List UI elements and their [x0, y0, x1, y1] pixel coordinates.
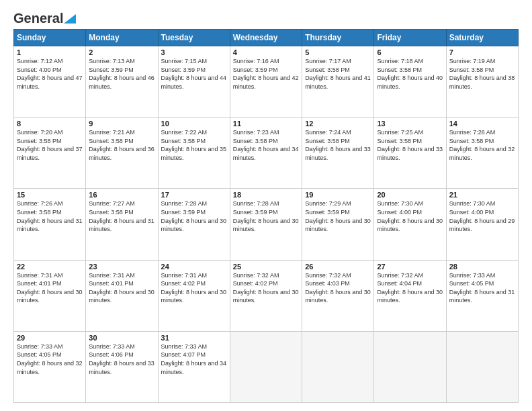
calendar-day-cell: 2 Sunrise: 7:13 AMSunset: 3:59 PMDayligh… — [86, 46, 158, 118]
day-number: 1 — [17, 48, 83, 56]
day-number: 25 — [233, 263, 299, 271]
calendar-day-cell: 26 Sunrise: 7:32 AMSunset: 4:03 PMDaylig… — [302, 260, 374, 331]
day-info: Sunrise: 7:23 AMSunset: 3:58 PMDaylight:… — [233, 129, 299, 161]
day-info: Sunrise: 7:15 AMSunset: 3:59 PMDaylight:… — [161, 58, 227, 90]
day-number: 17 — [161, 191, 227, 199]
day-number: 4 — [233, 48, 299, 56]
day-info: Sunrise: 7:33 AMSunset: 4:05 PMDaylight:… — [17, 343, 83, 375]
day-info: Sunrise: 7:22 AMSunset: 3:58 PMDaylight:… — [161, 129, 227, 161]
calendar-day-cell: 22 Sunrise: 7:31 AMSunset: 4:01 PMDaylig… — [14, 260, 86, 331]
calendar-day-cell: 11 Sunrise: 7:23 AMSunset: 3:58 PMDaylig… — [230, 118, 302, 189]
calendar-day-cell — [302, 331, 374, 402]
day-info: Sunrise: 7:33 AMSunset: 4:06 PMDaylight:… — [89, 343, 154, 375]
day-number: 8 — [17, 120, 83, 128]
day-number: 22 — [17, 263, 83, 271]
calendar-week-row: 29 Sunrise: 7:33 AMSunset: 4:05 PMDaylig… — [14, 331, 519, 402]
logo-general: General — [13, 11, 63, 26]
calendar-day-cell: 15 Sunrise: 7:26 AMSunset: 3:58 PMDaylig… — [14, 189, 86, 260]
calendar-day-cell: 31 Sunrise: 7:33 AMSunset: 4:07 PMDaylig… — [158, 331, 230, 402]
calendar-week-row: 1 Sunrise: 7:12 AMSunset: 4:00 PMDayligh… — [14, 46, 519, 118]
day-number: 12 — [305, 120, 371, 128]
calendar-table: SundayMondayTuesdayWednesdayThursdayFrid… — [13, 29, 519, 403]
weekday-header: Saturday — [446, 30, 518, 46]
calendar-day-cell: 18 Sunrise: 7:28 AMSunset: 3:59 PMDaylig… — [230, 189, 302, 260]
day-info: Sunrise: 7:32 AMSunset: 4:04 PMDaylight:… — [377, 272, 443, 304]
page: General SundayMondayTuesdayWednesdayThur… — [0, 0, 532, 411]
day-info: Sunrise: 7:25 AMSunset: 3:58 PMDaylight:… — [377, 129, 443, 161]
calendar-day-cell: 10 Sunrise: 7:22 AMSunset: 3:58 PMDaylig… — [158, 118, 230, 189]
calendar-day-cell: 12 Sunrise: 7:24 AMSunset: 3:58 PMDaylig… — [302, 118, 374, 189]
day-info: Sunrise: 7:27 AMSunset: 3:58 PMDaylight:… — [89, 200, 154, 232]
calendar-day-cell: 8 Sunrise: 7:20 AMSunset: 3:58 PMDayligh… — [14, 118, 86, 189]
header: General — [13, 11, 519, 24]
calendar-week-row: 8 Sunrise: 7:20 AMSunset: 3:58 PMDayligh… — [14, 118, 519, 189]
day-number: 20 — [377, 191, 443, 199]
calendar-day-cell — [230, 331, 302, 402]
day-info: Sunrise: 7:30 AMSunset: 4:00 PMDaylight:… — [449, 200, 515, 232]
day-number: 7 — [449, 48, 515, 56]
calendar-week-row: 22 Sunrise: 7:31 AMSunset: 4:01 PMDaylig… — [14, 260, 519, 331]
day-number: 14 — [449, 120, 515, 128]
weekday-header: Friday — [374, 30, 446, 46]
day-info: Sunrise: 7:13 AMSunset: 3:59 PMDaylight:… — [89, 58, 154, 90]
calendar-day-cell: 19 Sunrise: 7:29 AMSunset: 3:59 PMDaylig… — [302, 189, 374, 260]
calendar-day-cell: 20 Sunrise: 7:30 AMSunset: 4:00 PMDaylig… — [374, 189, 446, 260]
day-number: 5 — [305, 48, 371, 56]
calendar-header-row: SundayMondayTuesdayWednesdayThursdayFrid… — [14, 30, 519, 46]
day-number: 29 — [17, 334, 83, 342]
day-info: Sunrise: 7:16 AMSunset: 3:59 PMDaylight:… — [233, 58, 299, 90]
day-number: 13 — [377, 120, 443, 128]
calendar-day-cell: 4 Sunrise: 7:16 AMSunset: 3:59 PMDayligh… — [230, 46, 302, 118]
weekday-header: Sunday — [14, 30, 86, 46]
day-number: 28 — [449, 263, 515, 271]
calendar-day-cell: 7 Sunrise: 7:19 AMSunset: 3:58 PMDayligh… — [446, 46, 518, 118]
day-number: 30 — [89, 334, 154, 342]
day-info: Sunrise: 7:26 AMSunset: 3:58 PMDaylight:… — [17, 200, 83, 232]
day-number: 10 — [161, 120, 227, 128]
day-number: 24 — [161, 263, 227, 271]
calendar-day-cell: 28 Sunrise: 7:33 AMSunset: 4:05 PMDaylig… — [446, 260, 518, 331]
day-info: Sunrise: 7:32 AMSunset: 4:02 PMDaylight:… — [233, 272, 299, 304]
day-number: 21 — [449, 191, 515, 199]
calendar-day-cell — [446, 331, 518, 402]
day-number: 23 — [89, 263, 154, 271]
day-info: Sunrise: 7:29 AMSunset: 3:59 PMDaylight:… — [305, 200, 371, 232]
calendar-day-cell: 6 Sunrise: 7:18 AMSunset: 3:58 PMDayligh… — [374, 46, 446, 118]
day-number: 11 — [233, 120, 299, 128]
weekday-header: Monday — [86, 30, 158, 46]
day-info: Sunrise: 7:24 AMSunset: 3:58 PMDaylight:… — [305, 129, 371, 161]
calendar-day-cell: 30 Sunrise: 7:33 AMSunset: 4:06 PMDaylig… — [86, 331, 158, 402]
calendar-day-cell: 24 Sunrise: 7:31 AMSunset: 4:02 PMDaylig… — [158, 260, 230, 331]
weekday-header: Wednesday — [230, 30, 302, 46]
svg-marker-0 — [64, 14, 76, 24]
day-number: 3 — [161, 48, 227, 56]
day-info: Sunrise: 7:19 AMSunset: 3:58 PMDaylight:… — [449, 58, 515, 90]
day-info: Sunrise: 7:21 AMSunset: 3:58 PMDaylight:… — [89, 129, 154, 161]
calendar-week-row: 15 Sunrise: 7:26 AMSunset: 3:58 PMDaylig… — [14, 189, 519, 260]
calendar-day-cell: 9 Sunrise: 7:21 AMSunset: 3:58 PMDayligh… — [86, 118, 158, 189]
day-info: Sunrise: 7:31 AMSunset: 4:01 PMDaylight:… — [17, 272, 83, 304]
day-number: 2 — [89, 48, 154, 56]
day-info: Sunrise: 7:26 AMSunset: 3:58 PMDaylight:… — [449, 129, 515, 161]
day-number: 15 — [17, 191, 83, 199]
calendar-day-cell — [374, 331, 446, 402]
calendar-day-cell: 21 Sunrise: 7:30 AMSunset: 4:00 PMDaylig… — [446, 189, 518, 260]
calendar-day-cell: 13 Sunrise: 7:25 AMSunset: 3:58 PMDaylig… — [374, 118, 446, 189]
day-number: 18 — [233, 191, 299, 199]
day-number: 26 — [305, 263, 371, 271]
day-info: Sunrise: 7:28 AMSunset: 3:59 PMDaylight:… — [233, 200, 299, 232]
calendar-day-cell: 5 Sunrise: 7:17 AMSunset: 3:58 PMDayligh… — [302, 46, 374, 118]
day-number: 16 — [89, 191, 154, 199]
day-number: 31 — [161, 334, 227, 342]
day-info: Sunrise: 7:32 AMSunset: 4:03 PMDaylight:… — [305, 272, 371, 304]
day-info: Sunrise: 7:17 AMSunset: 3:58 PMDaylight:… — [305, 58, 371, 90]
day-number: 9 — [89, 120, 154, 128]
day-number: 27 — [377, 263, 443, 271]
day-info: Sunrise: 7:28 AMSunset: 3:59 PMDaylight:… — [161, 200, 227, 232]
day-info: Sunrise: 7:12 AMSunset: 4:00 PMDaylight:… — [17, 58, 83, 90]
calendar-day-cell: 29 Sunrise: 7:33 AMSunset: 4:05 PMDaylig… — [14, 331, 86, 402]
calendar-day-cell: 3 Sunrise: 7:15 AMSunset: 3:59 PMDayligh… — [158, 46, 230, 118]
day-number: 19 — [305, 191, 371, 199]
calendar-day-cell: 27 Sunrise: 7:32 AMSunset: 4:04 PMDaylig… — [374, 260, 446, 331]
calendar-day-cell: 17 Sunrise: 7:28 AMSunset: 3:59 PMDaylig… — [158, 189, 230, 260]
